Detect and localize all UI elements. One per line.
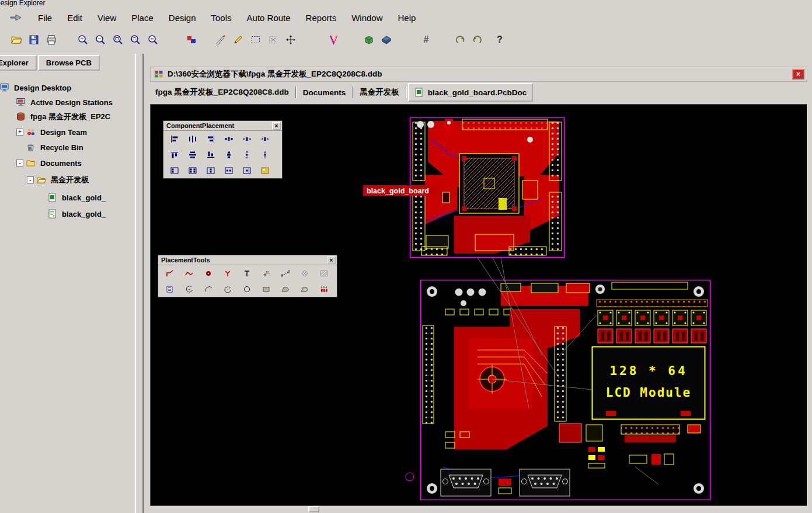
component-placement-toolbar[interactable]: ComponentPlacement ×: [163, 120, 283, 179]
3d-view-button[interactable]: [361, 32, 377, 48]
place-string-button[interactable]: [237, 266, 256, 280]
toggle-grid-button[interactable]: #: [418, 32, 434, 48]
align-bottom-button[interactable]: [201, 147, 219, 162]
place-dimension-button[interactable]: [276, 266, 295, 280]
arrange-room-3-button[interactable]: [201, 163, 219, 178]
space-vertical-button[interactable]: [219, 147, 238, 162]
horizontal-scrollbar[interactable]: [150, 506, 807, 513]
doc-tab-board-folder[interactable]: 黑金开发板: [354, 84, 405, 101]
place-keepout-button[interactable]: [295, 266, 314, 280]
vertical-scrollbar[interactable]: [807, 104, 812, 506]
doc-tab-ddb[interactable]: fpga 黑金开发板_EP2C8Q208C8.ddb: [150, 84, 294, 101]
close-icon[interactable]: ×: [327, 256, 336, 264]
knife-button[interactable]: [212, 32, 229, 48]
tree-item-ddb-database[interactable]: fpga 黑金开发板_EP2C: [16, 111, 111, 123]
doc-tab-documents[interactable]: Documents: [298, 85, 351, 100]
distribute-vertical-button[interactable]: [183, 147, 201, 162]
menu-design[interactable]: Design: [161, 11, 204, 25]
place-track-button[interactable]: [160, 266, 179, 280]
align-left-button[interactable]: [165, 131, 183, 146]
pane-splitter[interactable]: [135, 54, 144, 513]
space-horizontal-button[interactable]: [219, 131, 238, 146]
menu-help[interactable]: Help: [391, 11, 424, 25]
redo-button[interactable]: [469, 32, 486, 48]
collapse-icon[interactable]: -: [27, 176, 34, 183]
undo-button[interactable]: [452, 32, 468, 48]
arrange-room-4-button[interactable]: [219, 163, 238, 178]
align-top-button[interactable]: [165, 147, 183, 162]
expand-horizontal-button[interactable]: [238, 131, 256, 146]
place-polygon-button[interactable]: [276, 282, 295, 296]
distribute-horizontal-button[interactable]: [183, 131, 201, 146]
deselect-button[interactable]: [265, 32, 281, 48]
shrink-horizontal-button[interactable]: [256, 131, 274, 146]
menu-tools[interactable]: Tools: [204, 11, 239, 25]
highlight-net-button[interactable]: [326, 32, 342, 48]
menu-view[interactable]: View: [90, 11, 124, 25]
open-button[interactable]: [8, 32, 25, 48]
arc-any-angle-button[interactable]: [218, 282, 237, 296]
arrange-room-1-button[interactable]: [165, 163, 183, 178]
menu-place[interactable]: Place: [124, 11, 161, 25]
zoom-out-button[interactable]: [92, 32, 109, 48]
tree-item-active-design-stations[interactable]: Active Design Stations: [16, 96, 114, 108]
paste-array-button[interactable]: [160, 282, 179, 296]
place-pad-button[interactable]: [198, 266, 218, 280]
place-coordinate-button[interactable]: 10,10: [256, 266, 276, 280]
place-via-button[interactable]: [218, 266, 237, 280]
3d-body-button[interactable]: [378, 32, 395, 48]
menu-window[interactable]: Window: [344, 11, 390, 25]
menu-auto-route[interactable]: Auto Route: [239, 11, 298, 25]
arc-center-button[interactable]: [179, 282, 198, 296]
zoom-pan-button[interactable]: [145, 32, 161, 48]
arc-edge-button[interactable]: [198, 282, 218, 296]
polygon-cutout-button[interactable]: [295, 282, 314, 296]
collapse-icon[interactable]: -: [16, 160, 23, 167]
zoom-window-button[interactable]: [110, 32, 126, 48]
pcb-bottom-board[interactable]: 128 * 64 LCD Module: [421, 280, 710, 500]
lcd-module[interactable]: 128 * 64 LCD Module: [593, 347, 705, 420]
doc-tab-pcbdoc[interactable]: black_gold_board.PcbDoc: [408, 83, 534, 102]
cross-probe-button[interactable]: [183, 32, 200, 48]
tab-explorer[interactable]: Explorer: [0, 55, 37, 71]
shrink-vertical-button[interactable]: [256, 147, 274, 162]
tree-item-design-team[interactable]: + Design Team: [16, 126, 88, 138]
placement-tools-toolbar[interactable]: PlacementTools × 10,10: [158, 255, 337, 297]
component-placement-titlebar[interactable]: ComponentPlacement ×: [163, 121, 282, 131]
component-array-button[interactable]: [314, 282, 333, 296]
move-button[interactable]: [283, 32, 299, 48]
pencil-button[interactable]: [230, 32, 246, 48]
tree-item-documents[interactable]: - Documents: [16, 157, 83, 169]
tree-item-design-desktop[interactable]: Design Desktop: [0, 82, 72, 93]
help-button[interactable]: ?: [492, 32, 508, 48]
tree-item-board-folder[interactable]: - 黑金开发板: [27, 174, 90, 186]
place-rectangle-button[interactable]: [256, 282, 276, 296]
tree-item-schematic-doc[interactable]: black_gold_: [48, 208, 107, 220]
expand-icon[interactable]: +: [16, 129, 23, 136]
place-arc-button[interactable]: [179, 266, 198, 280]
tree-item-recycle-bin[interactable]: Recycle Bin: [26, 141, 85, 153]
placement-tools-titlebar[interactable]: PlacementTools ×: [158, 255, 337, 265]
arrange-room-5-button[interactable]: [238, 163, 256, 178]
menu-reports[interactable]: Reports: [298, 11, 344, 25]
arrange-room-2-button[interactable]: [183, 163, 201, 178]
zoom-in-button[interactable]: [75, 32, 91, 48]
window-menu-icon[interactable]: [9, 12, 23, 23]
zoom-format-button[interactable]: [127, 32, 144, 48]
pcb-canvas[interactable]: black_gold_board: [150, 104, 807, 506]
place-fill-button[interactable]: [314, 266, 333, 280]
pcb-board-label[interactable]: black_gold_board: [363, 185, 441, 196]
save-button[interactable]: [26, 32, 42, 48]
menu-edit[interactable]: Edit: [60, 11, 90, 25]
menu-file[interactable]: File: [30, 11, 60, 25]
align-right-button[interactable]: [201, 131, 219, 146]
arrange-within-room-button[interactable]: [256, 163, 274, 178]
tab-browse-pcb[interactable]: Browse PCB: [38, 55, 100, 71]
document-close-button[interactable]: ×: [792, 69, 804, 79]
print-button[interactable]: [43, 32, 60, 48]
expand-vertical-button[interactable]: [238, 147, 256, 162]
full-circle-button[interactable]: [237, 282, 256, 296]
tree-item-pcbdoc[interactable]: black_gold_: [48, 192, 107, 203]
close-icon[interactable]: ×: [272, 122, 281, 130]
select-area-button[interactable]: [248, 32, 264, 48]
